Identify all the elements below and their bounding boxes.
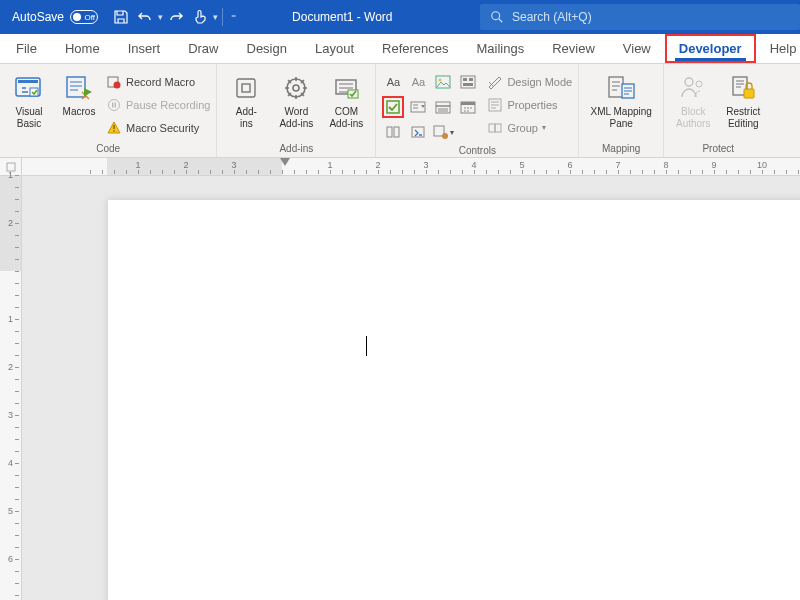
- plain-text-control[interactable]: Aa: [407, 71, 429, 93]
- date-picker-control[interactable]: [457, 96, 479, 118]
- dropdown-list-control[interactable]: [432, 96, 454, 118]
- legacy-tools-dropdown[interactable]: ▾: [432, 121, 454, 143]
- autosave-toggle[interactable]: AutoSave Off: [0, 10, 106, 24]
- qat-separator: [222, 8, 223, 26]
- svg-rect-9: [112, 103, 114, 108]
- search-placeholder: Search (Alt+Q): [512, 10, 592, 24]
- visual-basic-icon: [13, 72, 45, 104]
- indent-marker-icon[interactable]: [280, 158, 290, 166]
- group-controls: Aa Aa ▾ Design Mode: [376, 64, 579, 157]
- group-code-label: Code: [96, 141, 120, 157]
- picture-control[interactable]: [432, 71, 454, 93]
- svg-point-36: [442, 133, 448, 139]
- building-block-control[interactable]: [457, 71, 479, 93]
- group-button[interactable]: Group ▾: [487, 117, 572, 138]
- autosave-label: AutoSave: [12, 10, 64, 24]
- block-authors-button[interactable]: Block Authors: [670, 68, 716, 129]
- word-addins-button[interactable]: Word Add-ins: [273, 68, 319, 129]
- svg-rect-34: [412, 127, 424, 137]
- qat-customize-icon[interactable]: ⁼: [227, 12, 240, 23]
- touch-dropdown-icon[interactable]: ▾: [213, 12, 218, 22]
- restrict-editing-button[interactable]: Restrict Editing: [720, 68, 766, 129]
- macro-security-label: Macro Security: [126, 122, 199, 134]
- addins-button[interactable]: Add- ins: [223, 68, 269, 129]
- vertical-ruler[interactable]: 21123456: [0, 176, 22, 600]
- svg-point-7: [114, 82, 121, 89]
- search-icon: [490, 10, 504, 24]
- undo-dropdown-icon[interactable]: ▾: [158, 12, 163, 22]
- tab-developer[interactable]: Developer: [665, 34, 756, 63]
- tab-insert[interactable]: Insert: [114, 34, 175, 63]
- pause-recording-label: Pause Recording: [126, 99, 210, 111]
- tab-references[interactable]: References: [368, 34, 462, 63]
- document-page[interactable]: [108, 200, 800, 600]
- autosave-switch[interactable]: Off: [70, 10, 98, 24]
- com-addins-label: COM Add-ins: [329, 106, 363, 129]
- save-button[interactable]: [110, 6, 132, 28]
- svg-rect-10: [115, 103, 117, 108]
- tab-layout[interactable]: Layout: [301, 34, 368, 63]
- addins-icon: [230, 72, 262, 104]
- document-title: Document1 - Word: [284, 10, 400, 24]
- addins-label: Add- ins: [236, 106, 257, 129]
- tab-draw[interactable]: Draw: [174, 34, 232, 63]
- tab-design[interactable]: Design: [233, 34, 301, 63]
- page-area[interactable]: [22, 176, 800, 600]
- word-addins-icon: [280, 72, 312, 104]
- design-mode-button[interactable]: Design Mode: [487, 71, 572, 92]
- tab-help[interactable]: Help: [756, 34, 800, 63]
- com-addins-button[interactable]: COM Add-ins: [323, 68, 369, 129]
- group-mapping: XML Mapping Pane Mapping: [579, 64, 664, 157]
- ribbon-tabs: File Home Insert Draw Design Layout Refe…: [0, 34, 800, 64]
- controls-empty: [457, 121, 479, 143]
- repeating-section-control[interactable]: [382, 121, 404, 143]
- quick-access-toolbar: ▾ ▾ ⁼: [106, 6, 244, 28]
- legacy-tools-button[interactable]: [407, 121, 429, 143]
- group-mapping-label: Mapping: [602, 141, 640, 157]
- svg-rect-33: [394, 127, 399, 137]
- svg-rect-2: [18, 80, 38, 83]
- svg-rect-23: [463, 78, 467, 81]
- svg-point-17: [293, 85, 299, 91]
- controls-grid: Aa Aa ▾: [382, 68, 479, 143]
- visual-basic-button[interactable]: Visual Basic: [6, 68, 52, 129]
- svg-rect-38: [489, 124, 495, 132]
- tab-mailings[interactable]: Mailings: [463, 34, 539, 63]
- horizontal-ruler[interactable]: 32112345678910: [22, 158, 800, 176]
- tab-home[interactable]: Home: [51, 34, 114, 63]
- svg-rect-22: [461, 76, 475, 88]
- redo-button[interactable]: [165, 6, 187, 28]
- word-addins-label: Word Add-ins: [279, 106, 313, 129]
- macros-label: Macros: [63, 106, 96, 118]
- macro-security-icon: [106, 120, 122, 136]
- combo-box-control[interactable]: [407, 96, 429, 118]
- group-label: Group: [507, 122, 538, 134]
- group-icon: [487, 120, 503, 136]
- tab-review[interactable]: Review: [538, 34, 609, 63]
- restrict-editing-label: Restrict Editing: [726, 106, 760, 129]
- macro-security-button[interactable]: Macro Security: [106, 118, 210, 138]
- title-bar: AutoSave Off ▾ ▾ ⁼ Document1 - Word Sear…: [0, 0, 800, 34]
- checkbox-content-control[interactable]: [382, 96, 404, 118]
- svg-point-0: [492, 12, 500, 20]
- svg-rect-39: [495, 124, 501, 132]
- svg-rect-4: [67, 77, 85, 97]
- undo-button[interactable]: [134, 6, 156, 28]
- macros-button[interactable]: Macros: [56, 68, 102, 118]
- record-macro-button[interactable]: Record Macro: [106, 72, 210, 92]
- properties-icon: [487, 97, 503, 113]
- xml-mapping-button[interactable]: XML Mapping Pane: [585, 68, 657, 129]
- tab-file[interactable]: File: [2, 34, 51, 63]
- group-controls-label: Controls: [459, 143, 496, 159]
- touch-mode-button[interactable]: [189, 6, 211, 28]
- rich-text-control[interactable]: Aa: [382, 71, 404, 93]
- text-cursor: [366, 336, 367, 356]
- svg-rect-14: [237, 79, 255, 97]
- tab-view[interactable]: View: [609, 34, 665, 63]
- search-box[interactable]: Search (Alt+Q): [480, 4, 800, 30]
- svg-rect-15: [242, 84, 250, 92]
- svg-rect-25: [463, 83, 473, 86]
- svg-rect-40: [609, 77, 623, 97]
- block-authors-label: Block Authors: [676, 106, 710, 129]
- properties-button[interactable]: Properties: [487, 94, 572, 115]
